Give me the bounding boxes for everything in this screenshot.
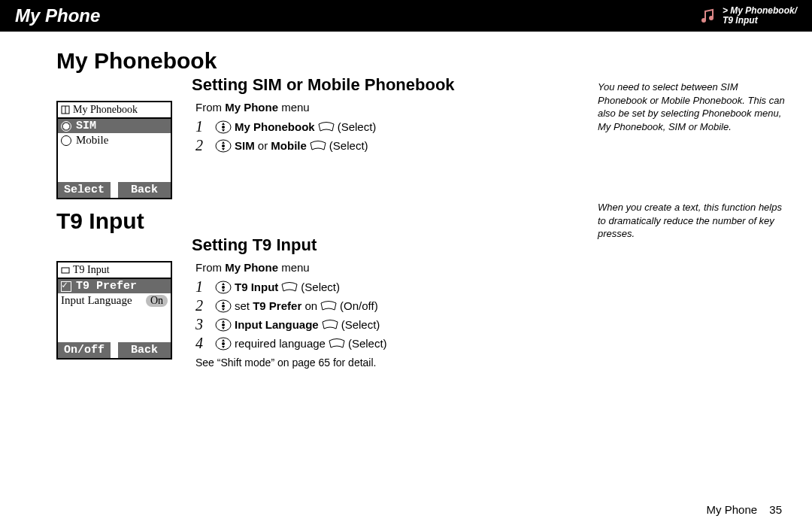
softkey-left[interactable]: Select	[58, 182, 111, 198]
step-label: Input Language	[235, 318, 319, 331]
phone-screen-title: T9 Input	[58, 262, 171, 279]
softkeys: Select Back	[58, 182, 171, 198]
phone-screen-phonebook: My Phonebook SIM Mobile Select	[56, 101, 172, 199]
svg-rect-8	[62, 268, 69, 273]
step-row: 2 set T9 Prefer on (On/off)	[195, 297, 583, 314]
steps-phonebook: 1 My Phonebook (Select) 2 SIM or Mobile	[195, 118, 583, 154]
list-item-t9prefer[interactable]: T9 Prefer	[58, 279, 171, 293]
select-key-icon	[318, 120, 335, 134]
step-paren: (On/off)	[340, 299, 378, 312]
list-item-sim[interactable]: SIM	[58, 119, 171, 133]
step-row: 2 SIM or Mobile (Select)	[195, 137, 583, 154]
step-label: My Phonebook	[235, 120, 315, 133]
subsection-t9: Setting T9 Input	[192, 235, 583, 255]
phone-screen-t9: T9 Input T9 Prefer Input Language On	[56, 261, 172, 360]
keyboard-icon	[61, 266, 70, 275]
header-right: > My Phonebook/ T9 Input	[698, 6, 797, 26]
step-paren: (Select)	[348, 337, 387, 350]
select-key-icon	[281, 281, 298, 294]
from-line: From My Phone menu	[195, 261, 583, 274]
step-label: T9 Input	[235, 281, 278, 293]
phone-list: SIM Mobile	[58, 119, 171, 182]
dpad-icon	[215, 318, 232, 332]
select-key-icon	[322, 318, 338, 332]
softkey-right[interactable]: Back	[118, 342, 171, 358]
steps-t9: 1 T9 Input (Select) 2 set T9 Prefer on	[195, 278, 583, 352]
sidebar-phonebook-note: You need to select between SIM Phonebook…	[598, 80, 789, 133]
step-paren: (Select)	[301, 281, 340, 293]
svg-point-17	[222, 342, 225, 345]
step-paren: (Select)	[338, 120, 377, 133]
phone-title-text: My Phonebook	[73, 104, 138, 116]
step-row: 3 Input Language (Select)	[195, 316, 583, 333]
step-number: 1	[195, 118, 212, 135]
step-bold: T9 Prefer	[253, 299, 301, 312]
dpad-icon	[215, 337, 232, 350]
list-label: Mobile	[76, 134, 108, 147]
page-footer: My Phone 35	[707, 503, 782, 516]
list-label: Input Language	[61, 294, 132, 307]
footer-page-number: 35	[769, 503, 782, 516]
step-pre: required language	[235, 337, 326, 350]
svg-point-13	[222, 305, 225, 308]
phone-title-text: T9 Input	[73, 264, 110, 276]
step-number: 2	[195, 297, 212, 314]
step-pre: set	[235, 299, 253, 312]
list-item-mobile[interactable]: Mobile	[58, 133, 171, 147]
t9-footnote: See “Shift mode” on page 65 for detail.	[195, 357, 583, 369]
select-key-icon	[310, 139, 326, 153]
step-number: 3	[195, 316, 212, 333]
step-row: 1 T9 Input (Select)	[195, 278, 583, 296]
softkey-left[interactable]: On/off	[58, 342, 111, 358]
step-mid: or	[255, 139, 271, 152]
header-breadcrumb: > My Phonebook/ T9 Input	[723, 6, 797, 26]
header-bar: My Phone > My Phonebook/ T9 Input	[0, 0, 812, 32]
list-label: SIM	[76, 120, 96, 132]
select-key-icon	[329, 337, 345, 350]
header-title: My Phone	[15, 5, 698, 26]
step-number: 4	[195, 335, 212, 352]
music-note-icon	[698, 7, 717, 25]
radio-icon	[61, 135, 71, 146]
subsection-sim-mobile: Setting SIM or Mobile Phonebook	[192, 75, 583, 95]
dpad-icon	[215, 299, 232, 313]
footer-label: My Phone	[707, 503, 758, 516]
svg-point-7	[222, 144, 225, 147]
softkey-right[interactable]: Back	[118, 182, 171, 198]
sidebar-t9-note: When you create a text, this function he…	[598, 201, 789, 241]
book-icon	[61, 105, 70, 114]
step-paren: (Select)	[341, 318, 380, 331]
list-label: T9 Prefer	[76, 280, 137, 293]
step-row: 1 My Phonebook (Select)	[195, 118, 583, 135]
breadcrumb-line2: T9 Input	[723, 16, 797, 26]
softkeys: On/off Back	[58, 342, 171, 358]
dpad-icon	[215, 120, 232, 134]
checkbox-icon	[61, 281, 71, 292]
from-line: From My Phone menu	[195, 101, 583, 114]
toggle-pill: On	[146, 295, 168, 307]
svg-point-15	[222, 323, 225, 326]
section-phonebook-heading: My Phonebook	[56, 48, 583, 74]
sidebar-notes: You need to select between SIM Phonebook…	[598, 39, 789, 375]
svg-point-5	[222, 126, 225, 129]
step-bold1: SIM	[235, 139, 255, 152]
list-item-input-lang[interactable]: Input Language On	[58, 293, 171, 308]
dpad-icon	[215, 281, 232, 294]
phone-list: T9 Prefer Input Language On	[58, 279, 171, 342]
select-key-icon	[320, 299, 337, 313]
step-number: 2	[195, 137, 212, 154]
step-tail: on	[301, 299, 317, 312]
step-row: 4 required language (Select)	[195, 335, 583, 352]
step-paren: (Select)	[329, 139, 368, 152]
svg-point-11	[222, 286, 225, 289]
step-bold2: Mobile	[271, 139, 307, 152]
dpad-icon	[215, 139, 232, 153]
phone-screen-title: My Phonebook	[58, 102, 171, 119]
radio-icon	[61, 121, 71, 132]
section-t9-heading: T9 Input	[56, 208, 583, 234]
step-number: 1	[195, 278, 212, 296]
